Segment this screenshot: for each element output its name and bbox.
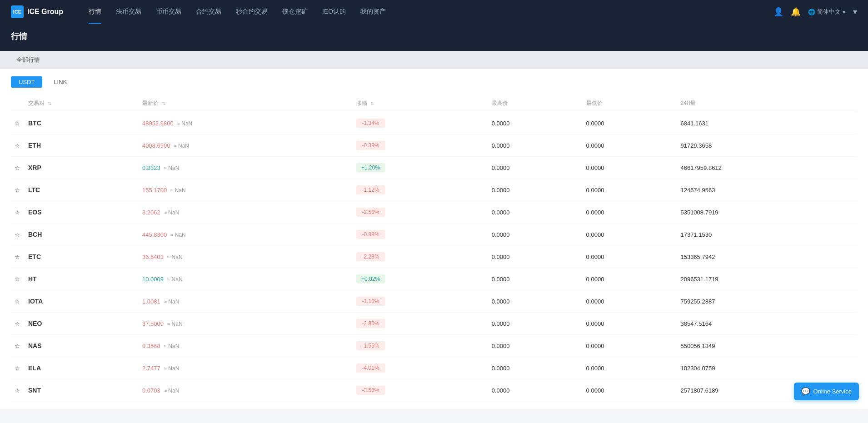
coin-name: ETH <box>28 142 41 149</box>
price-cell: 4008.6500 ≈ NaN <box>139 134 353 157</box>
change-badge: -1.34% <box>356 119 385 128</box>
price-value: 445.8300 <box>142 231 167 238</box>
approx-value: ≈ NaN <box>174 143 189 149</box>
coin-name: HT <box>28 275 37 283</box>
change-cell: -2.28% <box>353 246 488 268</box>
change-cell: -1.18% <box>353 290 488 313</box>
table-body: ☆ BTC 48952.9800 ≈ NaN -1.34% 0.0000 0.0… <box>11 112 857 402</box>
coin-name-cell: BTC <box>25 112 139 134</box>
nav-item-assets[interactable]: 我的资产 <box>353 0 393 24</box>
change-badge: -1.12% <box>356 185 385 194</box>
coin-name: IOTA <box>28 298 43 305</box>
table-row[interactable]: ☆ NEO 37.5000 ≈ NaN -2.80% 0.0000 0.0000… <box>11 313 857 335</box>
sort-icon-change: ⇅ <box>370 101 374 106</box>
table-row[interactable]: ☆ IOTA 1.0081 ≈ NaN -1.18% 0.0000 0.0000… <box>11 290 857 313</box>
star-toggle[interactable]: ☆ <box>11 268 25 290</box>
star-toggle[interactable]: ☆ <box>11 357 25 379</box>
vol-cell: 550056.1849 <box>677 335 857 357</box>
vol-cell: 759255.2887 <box>677 290 857 313</box>
table-row[interactable]: ☆ NAS 0.3568 ≈ NaN -1.55% 0.0000 0.0000 … <box>11 335 857 357</box>
nav-item-market[interactable]: 行情 <box>81 0 109 24</box>
change-badge: -0.98% <box>356 230 385 239</box>
table-row[interactable]: ☆ EOS 3.2062 ≈ NaN -2.58% 0.0000 0.0000 … <box>11 201 857 224</box>
vol-cell: 17371.1530 <box>677 224 857 246</box>
coin-name: EOS <box>28 209 42 216</box>
th-pair[interactable]: 交易对 ⇅ <box>25 95 139 112</box>
table-row[interactable]: ☆ BTC 48952.9800 ≈ NaN -1.34% 0.0000 0.0… <box>11 112 857 134</box>
nav-logo[interactable]: ICE ICE Group <box>11 5 63 18</box>
language-selector[interactable]: 🌐 简体中文 ▾ <box>808 8 846 16</box>
low-cell: 0.0000 <box>583 246 677 268</box>
tabs-bar-all[interactable]: 全部行情 <box>11 51 45 69</box>
change-cell: -2.80% <box>353 313 488 335</box>
navbar: ICE ICE Group 行情 法币交易 币币交易 合约交易 秒合约交易 锁仓… <box>0 0 868 24</box>
nav-right: 👤 🔔 🌐 简体中文 ▾ ▾ <box>773 7 857 17</box>
nav-item-fiat[interactable]: 法币交易 <box>109 0 149 24</box>
nav-item-ieo[interactable]: IEO认购 <box>315 0 353 24</box>
star-toggle[interactable]: ☆ <box>11 335 25 357</box>
chevron-down-icon-2[interactable]: ▾ <box>853 7 857 17</box>
price-cell: 48952.9800 ≈ NaN <box>139 112 353 134</box>
price-cell: 0.8323 ≈ NaN <box>139 157 353 179</box>
approx-value: ≈ NaN <box>164 299 179 305</box>
user-icon[interactable]: 👤 <box>773 7 783 17</box>
coin-name: NEO <box>28 320 42 327</box>
high-cell: 0.0000 <box>488 268 583 290</box>
approx-value: ≈ NaN <box>164 165 179 171</box>
nav-item-coin[interactable]: 币币交易 <box>149 0 189 24</box>
coin-name: BTC <box>28 119 41 127</box>
table-row[interactable]: ☆ HT 10.0009 ≈ NaN +0.02% 0.0000 0.0000 … <box>11 268 857 290</box>
table-row[interactable]: ☆ LTC 155.1700 ≈ NaN -1.12% 0.0000 0.000… <box>11 179 857 201</box>
high-cell: 0.0000 <box>488 246 583 268</box>
vol-cell: 91729.3658 <box>677 134 857 157</box>
approx-value: ≈ NaN <box>164 388 179 394</box>
vol-cell: 6841.1631 <box>677 112 857 134</box>
nav-item-second-futures[interactable]: 秒合约交易 <box>229 0 275 24</box>
filter-tab-link[interactable]: LINK <box>46 76 75 88</box>
vol-cell: 46617959.8612 <box>677 157 857 179</box>
star-toggle[interactable]: ☆ <box>11 224 25 246</box>
online-service-button[interactable]: 💬 Online Service <box>794 383 859 400</box>
low-cell: 0.0000 <box>583 112 677 134</box>
low-cell: 0.0000 <box>583 224 677 246</box>
change-badge: -2.28% <box>356 252 385 261</box>
star-toggle[interactable]: ☆ <box>11 290 25 313</box>
filter-tabs: USDT LINK <box>11 76 857 88</box>
star-toggle[interactable]: ☆ <box>11 112 25 134</box>
star-toggle[interactable]: ☆ <box>11 246 25 268</box>
nav-item-mining[interactable]: 锁仓挖矿 <box>275 0 315 24</box>
star-toggle[interactable]: ☆ <box>11 134 25 157</box>
lang-label: 简体中文 <box>817 8 841 16</box>
change-badge: -3.56% <box>356 386 385 395</box>
change-cell: +0.02% <box>353 268 488 290</box>
coin-name: NAS <box>28 342 42 349</box>
filter-tab-usdt[interactable]: USDT <box>11 76 42 88</box>
price-value: 2.7477 <box>142 365 160 372</box>
bell-icon[interactable]: 🔔 <box>791 7 801 17</box>
table-row[interactable]: ☆ SNT 0.0703 ≈ NaN -3.56% 0.0000 0.0000 … <box>11 379 857 402</box>
coin-name-cell: BCH <box>25 224 139 246</box>
table-row[interactable]: ☆ ETC 36.6403 ≈ NaN -2.28% 0.0000 0.0000… <box>11 246 857 268</box>
price-cell: 155.1700 ≈ NaN <box>139 179 353 201</box>
low-cell: 0.0000 <box>583 179 677 201</box>
star-toggle[interactable]: ☆ <box>11 157 25 179</box>
tabs-bar: 全部行情 <box>0 51 868 69</box>
price-value: 36.6403 <box>142 254 164 260</box>
star-toggle[interactable]: ☆ <box>11 179 25 201</box>
page-header: 行情 <box>0 24 868 51</box>
table-row[interactable]: ☆ ELA 2.7477 ≈ NaN -4.01% 0.0000 0.0000 … <box>11 357 857 379</box>
star-toggle[interactable]: ☆ <box>11 379 25 402</box>
change-badge: +1.20% <box>356 163 385 172</box>
th-price[interactable]: 最新价 ⇅ <box>139 95 353 112</box>
change-cell: -1.34% <box>353 112 488 134</box>
th-change[interactable]: 涨幅 ⇅ <box>353 95 488 112</box>
nav-item-futures[interactable]: 合约交易 <box>189 0 229 24</box>
table-row[interactable]: ☆ ETH 4008.6500 ≈ NaN -0.39% 0.0000 0.00… <box>11 134 857 157</box>
table-row[interactable]: ☆ XRP 0.8323 ≈ NaN +1.20% 0.0000 0.0000 … <box>11 157 857 179</box>
table-row[interactable]: ☆ BCH 445.8300 ≈ NaN -0.98% 0.0000 0.000… <box>11 224 857 246</box>
star-toggle[interactable]: ☆ <box>11 313 25 335</box>
coin-name: ETC <box>28 253 41 260</box>
star-toggle[interactable]: ☆ <box>11 201 25 224</box>
change-badge: -0.39% <box>356 141 385 150</box>
th-high: 最高价 <box>488 95 583 112</box>
